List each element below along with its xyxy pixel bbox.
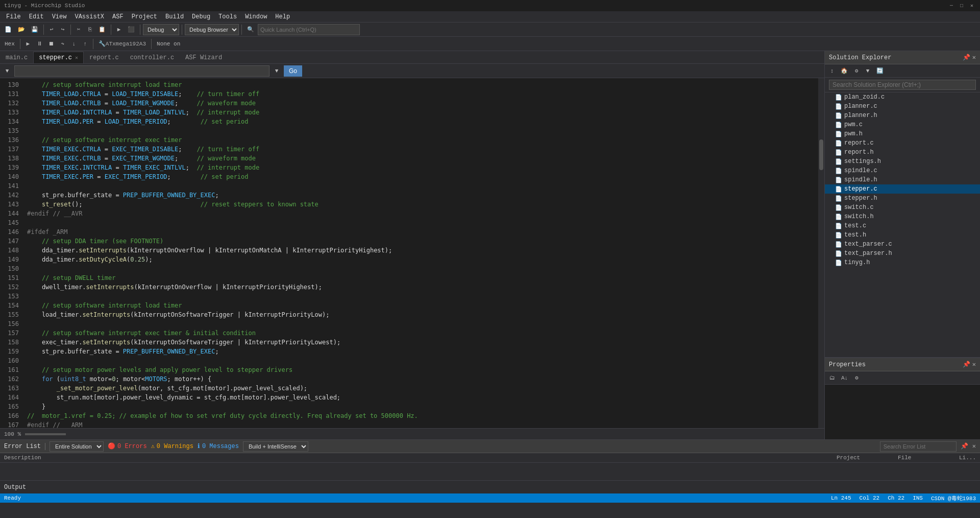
se-settings-btn[interactable]: ⚙ — [851, 66, 862, 76]
code-editor[interactable]: 1301311321331341351361371381391401411421… — [0, 78, 824, 428]
menu-debug[interactable]: Debug — [188, 11, 214, 22]
se-file-item[interactable]: 📄 report.c — [825, 138, 980, 148]
el-close-button[interactable]: ✕ — [972, 442, 976, 450]
scrollbar-thumb[interactable] — [819, 139, 823, 170]
tab-close-stepper-c[interactable]: ✕ — [75, 55, 78, 61]
se-search-input[interactable] — [829, 80, 976, 90]
tb-hex[interactable]: Hex — [2, 39, 17, 49]
se-file-item[interactable]: 📄 text_parser.h — [825, 249, 980, 258]
zoom-slider[interactable] — [25, 433, 66, 435]
se-filter-btn[interactable]: ▼ — [863, 66, 873, 76]
el-build-filter-select[interactable]: Build + IntelliSense — [243, 441, 308, 452]
menu-project[interactable]: Project — [128, 11, 161, 22]
tb-undo[interactable]: ↩ — [46, 25, 57, 34]
el-messages-badge[interactable]: ℹ 0 Messages — [198, 442, 239, 450]
prop-close-button[interactable]: ✕ — [972, 361, 976, 368]
maximize-button[interactable]: □ — [958, 2, 966, 10]
tb-run[interactable]: ▶ — [23, 39, 33, 49]
se-pin-button[interactable]: 📌 — [963, 54, 970, 61]
se-file-item[interactable]: 📄 settings.h — [825, 157, 980, 166]
tb-redo[interactable]: ↪ — [58, 25, 68, 34]
menu-asf[interactable]: ASF — [108, 11, 128, 22]
se-file-item[interactable]: 📄 tinyg.h — [825, 258, 980, 267]
tb-pause[interactable]: ⏸ — [34, 39, 45, 49]
tab-report-c[interactable]: report.c — [84, 52, 125, 63]
debug-config-dropdown[interactable]: Debug Release — [143, 24, 179, 35]
el-filter-select[interactable]: Entire Solution — [50, 441, 104, 452]
tb-cut[interactable]: ✂ — [74, 25, 84, 34]
file-label: tinyg.h — [844, 259, 870, 266]
tb-step-into[interactable]: ↓ — [69, 39, 79, 49]
tb-copy[interactable]: ⎘ — [85, 25, 95, 34]
tb-save[interactable]: 💾 — [29, 25, 41, 34]
prop-alpha-btn[interactable]: A↓ — [839, 373, 850, 383]
output-bar: Output — [0, 480, 980, 493]
se-close-button[interactable]: ✕ — [972, 54, 976, 61]
sep4 — [140, 25, 140, 35]
se-file-item[interactable]: 📄 stepper.c — [825, 184, 980, 194]
menu-edit[interactable]: Edit — [25, 11, 48, 22]
tb-paste[interactable]: 📋 — [96, 25, 108, 34]
menu-tools[interactable]: Tools — [214, 11, 241, 22]
tb-stop2[interactable]: ⏹ — [46, 39, 57, 49]
el-sep1 — [45, 443, 45, 450]
menu-help[interactable]: Help — [271, 11, 294, 22]
go-button[interactable]: Go — [284, 65, 302, 77]
menu-file[interactable]: File — [2, 11, 25, 22]
status-right: Ln 245 Col 22 Ch 22 INS CSDN @毒蛇1983 — [831, 495, 976, 502]
se-file-item[interactable]: 📄 planner.h — [825, 111, 980, 120]
find-dropdown[interactable]: ▼ — [272, 66, 282, 76]
menu-build[interactable]: Build — [161, 11, 188, 22]
el-title: Error List — [4, 443, 41, 450]
tb-open[interactable]: 📂 — [15, 25, 28, 34]
tab-controller-c[interactable]: controller.c — [125, 52, 180, 63]
prop-categories-btn[interactable]: 🗂 — [827, 373, 838, 383]
tb-search[interactable]: 🔍 — [244, 25, 257, 34]
vertical-scrollbar[interactable] — [818, 78, 824, 428]
tb-step-over[interactable]: ↷ — [58, 39, 68, 49]
menu-window[interactable]: Window — [241, 11, 271, 22]
menu-vassistx[interactable]: VAssistX — [70, 11, 108, 22]
se-file-item[interactable]: 📄 test.c — [825, 221, 980, 230]
prop-props-btn[interactable]: ⚙ — [851, 373, 862, 383]
se-file-item[interactable]: 📄 spindle.c — [825, 166, 980, 175]
tb-step-out[interactable]: ↑ — [80, 39, 90, 49]
properties-header: Properties 📌 ✕ — [825, 358, 980, 371]
menu-view[interactable]: View — [48, 11, 71, 22]
se-file-item[interactable]: 📄 report.h — [825, 148, 980, 157]
el-pin-button[interactable]: 📌 — [961, 442, 968, 450]
code-content[interactable]: // setup software interrupt load timer T… — [23, 78, 818, 428]
el-errors-badge[interactable]: 🔴 0 Errors — [108, 442, 147, 450]
tb-build[interactable]: ▶ — [114, 25, 124, 34]
se-file-item[interactable]: 📄 stepper.h — [825, 194, 980, 203]
tab-label-controller-c: controller.c — [130, 54, 174, 61]
find-input[interactable] — [14, 65, 270, 77]
se-file-item[interactable]: 📄 switch.c — [825, 203, 980, 212]
file-label: plan_zoid.c — [844, 93, 885, 101]
tab-stepper-c[interactable]: stepper.c ✕ — [33, 52, 84, 63]
prop-pin-button[interactable]: 📌 — [963, 361, 970, 368]
se-home-btn[interactable]: 🏠 — [838, 66, 850, 76]
se-file-item[interactable]: 📄 test.h — [825, 230, 980, 240]
quick-launch-input[interactable] — [258, 24, 360, 35]
info-icon: ℹ — [198, 442, 200, 450]
el-search-input[interactable] — [880, 441, 957, 452]
se-file-item[interactable]: 📄 pwm.c — [825, 120, 980, 129]
el-warnings-badge[interactable]: ⚠ 0 Warnings — [151, 442, 193, 450]
se-refresh-btn[interactable]: 🔄 — [874, 66, 886, 76]
se-file-item[interactable]: 📄 plan_zoid.c — [825, 92, 980, 102]
se-file-item[interactable]: 📄 pwm.h — [825, 129, 980, 138]
se-file-item[interactable]: 📄 text_parser.c — [825, 240, 980, 249]
tb-new[interactable]: 📄 — [2, 25, 14, 34]
tab-main-c[interactable]: main.c — [0, 52, 33, 63]
minimize-button[interactable]: ─ — [947, 2, 955, 10]
tb-stop[interactable]: ⬛ — [125, 25, 137, 34]
tab-asf-wizard[interactable]: ASF Wizard — [180, 52, 228, 63]
close-button[interactable]: ✕ — [968, 2, 976, 10]
se-file-item[interactable]: 📄 planner.c — [825, 102, 980, 111]
se-file-item[interactable]: 📄 switch.h — [825, 212, 980, 221]
se-file-item[interactable]: 📄 spindle.h — [825, 175, 980, 184]
se-sync-btn[interactable]: ↕ — [827, 66, 837, 76]
toolbar2: Hex ▶ ⏸ ⏹ ↷ ↓ ↑ 🔧 ATxmega192A3 None on — [0, 37, 980, 51]
debug-target-dropdown[interactable]: Debug Browser — [185, 24, 239, 35]
